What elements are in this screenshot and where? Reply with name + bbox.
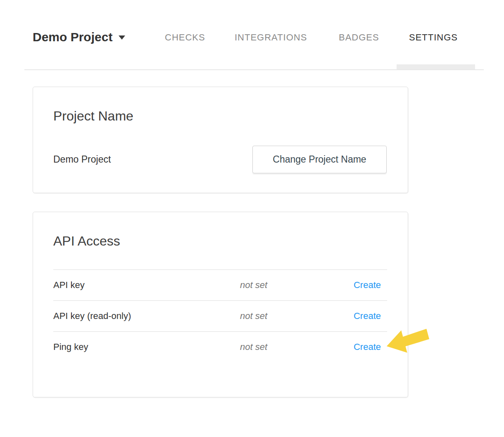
table-row-api-key-read-only: API key (read-only) not set Create [53,300,387,331]
caret-down-icon [119,35,125,40]
ping-key-label: Ping key [53,342,240,352]
ping-key-create-link[interactable]: Create [354,342,387,352]
table-row-api-key: API key not set Create [53,269,387,300]
api-access-card-title: API Access [53,233,120,249]
tab-settings[interactable]: SETTINGS [409,32,458,43]
project-name-card: Project Name Demo Project Change Project… [33,87,408,193]
api-key-read-only-label: API key (read-only) [53,311,240,321]
header-divider [24,69,484,70]
project-selector[interactable]: Demo Project [33,29,125,45]
tab-badges[interactable]: BADGES [339,32,379,43]
api-key-value: not set [240,280,354,291]
project-selector-label: Demo Project [33,30,112,44]
ping-key-value: not set [240,342,354,352]
current-project-name: Demo Project [53,154,111,165]
api-access-table: API key not set Create API key (read-onl… [53,269,387,362]
api-key-read-only-value: not set [240,311,354,321]
api-key-create-link[interactable]: Create [354,280,387,291]
change-project-name-button[interactable]: Change Project Name [252,146,387,173]
table-row-ping-key: Ping key not set Create [53,331,387,362]
api-key-read-only-create-link[interactable]: Create [354,311,387,321]
api-access-card: API Access API key not set Create API ke… [33,212,408,397]
tab-integrations[interactable]: INTEGRATIONS [235,32,307,43]
project-name-card-title: Project Name [53,108,133,124]
project-name-row: Demo Project Change Project Name [53,146,387,173]
api-key-label: API key [53,280,240,291]
tab-checks[interactable]: CHECKS [165,32,205,43]
